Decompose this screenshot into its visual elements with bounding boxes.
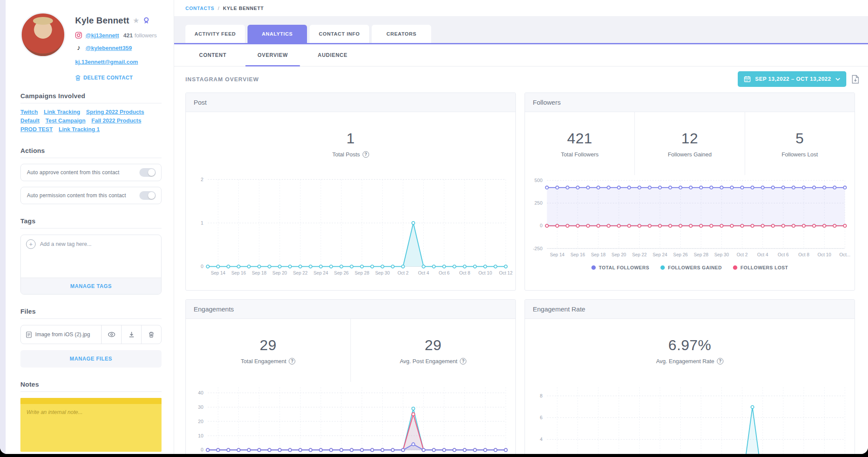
card-engagements: Engagements29Total Engagement?29Avg. Pos… xyxy=(185,299,516,454)
help-icon[interactable]: ? xyxy=(289,358,295,364)
svg-text:Sep 26: Sep 26 xyxy=(334,454,349,454)
cards-grid: Post1Total Posts?Sep 14Sep 16Sep 18Sep 2… xyxy=(174,92,868,454)
chart-legend: TOTAL FOLLOWERSFOLLOWERS GAINEDFOLLOWERS… xyxy=(525,262,855,270)
subtab-audience[interactable]: AUDIENCE xyxy=(303,44,363,66)
star-icon[interactable]: ★ xyxy=(133,17,139,24)
tags-empty-area xyxy=(21,253,161,278)
auto-permission-toggle[interactable] xyxy=(139,191,156,200)
manage-tags-button[interactable]: MANAGE TAGS xyxy=(21,278,161,294)
analytics-subtabs: CONTENT OVERVIEW AUDIENCE xyxy=(174,44,868,66)
svg-text:Sep 20: Sep 20 xyxy=(272,454,287,454)
stat-label: Avg. Post Engagement? xyxy=(400,358,467,364)
stats-row: 6.97%Avg. Engagement Rate? xyxy=(525,319,855,382)
svg-text:Oct 12: Oct 12 xyxy=(499,454,512,454)
instagram-handle-link[interactable]: @kj13ennett xyxy=(86,32,119,39)
campaign-link[interactable]: Default xyxy=(20,117,40,124)
svg-text:Sep 22: Sep 22 xyxy=(632,252,647,257)
tab-creators[interactable]: CREATORS xyxy=(372,25,431,43)
export-report-button[interactable] xyxy=(851,75,859,84)
post-chart: Sep 14Sep 16Sep 18Sep 20Sep 22Sep 24Sep … xyxy=(188,175,513,280)
svg-text:Sep 22: Sep 22 xyxy=(293,270,308,275)
tiktok-handle-link[interactable]: @kylebennett359 xyxy=(86,45,132,51)
app-window: Kyle Bennett ★ @kj13ennett 421 followers… xyxy=(0,0,868,454)
legend-item: TOTAL FOLLOWERS xyxy=(591,265,649,270)
tab-contact-info[interactable]: CONTACT INFO xyxy=(310,25,369,43)
download-file-button[interactable] xyxy=(121,325,141,344)
note-input[interactable] xyxy=(20,404,162,451)
svg-text:1: 1 xyxy=(201,220,203,225)
chevron-down-icon xyxy=(835,78,840,81)
note-box xyxy=(20,398,162,452)
trash-icon xyxy=(149,331,154,338)
stat: 6.97%Avg. Engagement Rate? xyxy=(525,319,855,382)
svg-text:6: 6 xyxy=(540,415,542,420)
campaign-link[interactable]: Link Tracking xyxy=(44,109,80,115)
breadcrumb-contacts-link[interactable]: CONTACTS xyxy=(185,6,215,11)
add-tag-icon[interactable]: + xyxy=(26,239,36,249)
campaign-link[interactable]: PROD TEST xyxy=(20,126,53,132)
stat-value: 12 xyxy=(681,130,698,147)
svg-text:Sep 30: Sep 30 xyxy=(714,252,729,257)
auto-approve-toggle[interactable] xyxy=(139,168,156,177)
tab-activity-feed[interactable]: ACTIVITY FEED xyxy=(185,25,245,43)
date-range-button[interactable]: SEP 13,2022 – OCT 13,2022 xyxy=(738,71,846,87)
card-followers: Followers421Total Followers12Followers G… xyxy=(525,93,855,291)
card-title-engagement_rate: Engagement Rate xyxy=(525,300,855,319)
svg-text:Oct 2: Oct 2 xyxy=(397,454,408,454)
auto-approve-label: Auto approve content from this contact xyxy=(27,169,119,176)
svg-text:Sep 28: Sep 28 xyxy=(355,454,370,454)
svg-text:Sep 20: Sep 20 xyxy=(272,270,287,275)
card-engagement_rate: Engagement Rate6.97%Avg. Engagement Rate… xyxy=(525,299,855,454)
export-file-icon xyxy=(851,75,859,84)
campaign-link[interactable]: Twitch xyxy=(20,109,38,115)
manage-files-button[interactable]: MANAGE FILES xyxy=(20,350,162,368)
stat: 5Followers Lost xyxy=(745,112,855,175)
file-icon xyxy=(26,331,32,338)
contact-sidebar: Kyle Bennett ★ @kj13ennett 421 followers… xyxy=(6,0,174,454)
trash-icon xyxy=(75,75,81,81)
svg-text:Sep 26: Sep 26 xyxy=(334,270,349,275)
tag-input[interactable] xyxy=(40,241,156,247)
tab-analytics[interactable]: ANALYTICS xyxy=(248,25,307,43)
svg-text:0: 0 xyxy=(201,447,203,452)
campaign-links: Twitch Link Tracking Spring 2022 Product… xyxy=(20,103,162,134)
svg-text:0: 0 xyxy=(201,264,203,269)
svg-text:Oct...: Oct... xyxy=(839,252,850,257)
campaign-link[interactable]: Link Tracking 1 xyxy=(59,126,100,132)
campaign-link[interactable]: Fall 2022 Products xyxy=(92,117,142,124)
stat-label: Avg. Engagement Rate? xyxy=(656,358,723,364)
svg-text:Sep 14: Sep 14 xyxy=(550,252,564,257)
legend-item: FOLLOWERS LOST xyxy=(733,265,788,270)
subtab-content[interactable]: CONTENT xyxy=(183,44,243,66)
svg-text:250: 250 xyxy=(535,200,543,205)
stat-label: Followers Lost xyxy=(782,151,818,158)
svg-text:8: 8 xyxy=(540,393,542,398)
stat-label: Total Posts? xyxy=(332,151,369,158)
stat-value: 6.97% xyxy=(668,337,711,354)
campaign-link[interactable]: Spring 2022 Products xyxy=(86,109,144,115)
subtab-overview[interactable]: OVERVIEW xyxy=(243,44,303,66)
svg-text:Oct 2: Oct 2 xyxy=(736,252,747,257)
svg-text:Sep 16: Sep 16 xyxy=(231,454,246,454)
svg-text:Oct 4: Oct 4 xyxy=(757,252,768,257)
email-link[interactable]: kj.13ennett@gmail.com xyxy=(75,59,138,65)
svg-text:20: 20 xyxy=(198,419,203,424)
preview-file-button[interactable] xyxy=(101,325,121,344)
help-icon[interactable]: ? xyxy=(363,151,369,158)
svg-text:Sep 30: Sep 30 xyxy=(375,454,390,454)
stat: 12Followers Gained xyxy=(634,112,744,175)
instagram-followers-word: followers xyxy=(135,32,157,39)
svg-text:Oct 6: Oct 6 xyxy=(439,270,449,275)
engagements-chart: Sep 14Sep 16Sep 18Sep 20Sep 22Sep 24Sep … xyxy=(188,382,513,454)
delete-contact-button[interactable]: DELETE CONTACT xyxy=(75,75,157,81)
campaign-link[interactable]: Test Campaign xyxy=(46,117,86,124)
help-icon[interactable]: ? xyxy=(717,358,723,364)
help-icon[interactable]: ? xyxy=(460,358,466,364)
contact-name: Kyle Bennett xyxy=(75,16,129,26)
svg-text:Sep 14: Sep 14 xyxy=(211,270,225,275)
stat-label: Total Engagement? xyxy=(241,358,296,364)
stat-value: 29 xyxy=(425,337,442,354)
stats-row: 1Total Posts? xyxy=(186,112,515,175)
breadcrumb-separator: / xyxy=(218,6,220,11)
delete-file-button[interactable] xyxy=(141,325,161,344)
